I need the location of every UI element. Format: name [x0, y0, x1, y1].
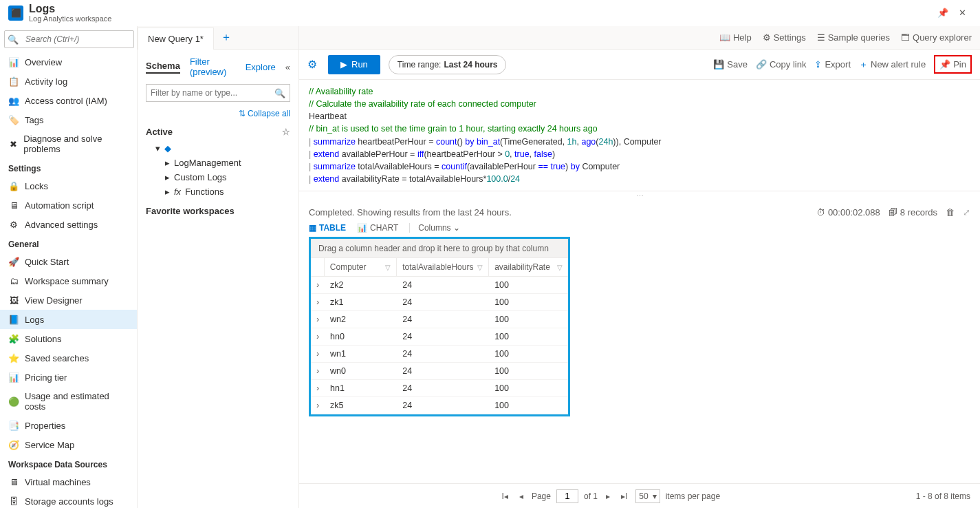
sidebar-item[interactable]: 📋Activity log	[0, 72, 137, 91]
results-table: Computer▽ totalAvailableHours▽ availabil…	[309, 258, 570, 416]
pin-header-icon[interactable]: 📌	[933, 3, 952, 23]
column-header-availrate[interactable]: availabilityRate▽	[489, 258, 568, 276]
tree-node[interactable]: ▸ fx Functions	[146, 184, 290, 199]
time-range-selector[interactable]: Time range: Last 24 hours	[389, 55, 507, 74]
pin-button[interactable]: 📌Pin	[934, 55, 972, 74]
query-explorer-button[interactable]: 🗔Query explorer	[901, 32, 972, 43]
schema-tab-schema[interactable]: Schema	[146, 61, 180, 74]
close-icon[interactable]: ✕	[952, 3, 972, 23]
nav-icon: ⚙	[8, 219, 19, 230]
filter-icon[interactable]: ▽	[557, 264, 563, 271]
export-button[interactable]: ⇪Export	[814, 59, 851, 70]
sidebar-item[interactable]: 🖥Virtual machines	[0, 472, 137, 491]
query-tab[interactable]: New Query 1*	[138, 28, 214, 50]
nav-icon: 📊	[8, 56, 19, 67]
schema-filter-input[interactable]	[146, 88, 270, 98]
sidebar-item[interactable]: 🗂Workspace summary	[0, 271, 137, 290]
sidebar-item[interactable]: 📑Properties	[0, 416, 137, 435]
sidebar-item[interactable]: ⚙Advanced settings	[0, 215, 137, 234]
expand-row-icon[interactable]: ›	[311, 328, 325, 345]
filter-icon[interactable]: ▽	[385, 264, 391, 271]
cell-rate: 100	[489, 397, 568, 414]
sidebar-item[interactable]: 🟢Usage and estimated costs	[0, 387, 137, 416]
table-row[interactable]: › wn2 24 100	[311, 311, 568, 328]
sidebar-item[interactable]: 🖼View Designer	[0, 290, 137, 310]
view-tab-chart[interactable]: 📊CHART	[357, 223, 398, 233]
schema-tab-filter[interactable]: Filter (preview)	[190, 56, 236, 77]
sidebar-item[interactable]: 🏷️Tags	[0, 110, 137, 129]
table-row[interactable]: › hn1 24 100	[311, 380, 568, 397]
sidebar-item[interactable]: ⭐Saved searches	[0, 348, 137, 368]
schema-filter-box[interactable]: 🔍	[146, 84, 290, 102]
expand-row-icon[interactable]: ›	[311, 311, 325, 328]
sidebar-item[interactable]: 🗄Storage accounts logs	[0, 491, 137, 508]
table-row[interactable]: › hn0 24 100	[311, 328, 568, 346]
expand-row-icon[interactable]: ›	[311, 380, 325, 396]
pager-next-icon[interactable]: ▸	[603, 491, 613, 501]
table-row[interactable]: › zk1 24 100	[311, 294, 568, 311]
delete-results-icon[interactable]: 🗑	[946, 207, 955, 218]
table-row[interactable]: › wn1 24 100	[311, 346, 568, 363]
pager-page-input[interactable]	[556, 489, 578, 503]
cell-computer: zk2	[325, 277, 397, 293]
sidebar-item[interactable]: 👥Access control (IAM)	[0, 91, 137, 110]
filter-icon[interactable]: ▽	[477, 264, 483, 271]
collapse-all-button[interactable]: ⇅ Collapse all	[138, 105, 298, 123]
sidebar-item[interactable]: 🧩Solutions	[0, 329, 137, 348]
resize-handle[interactable]: ⋯	[299, 191, 980, 202]
expand-row-icon[interactable]: ›	[311, 346, 325, 362]
sample-queries-button[interactable]: ☰Sample queries	[817, 32, 890, 43]
column-header-computer[interactable]: Computer▽	[325, 258, 397, 276]
pager-prev-icon[interactable]: ◂	[516, 491, 526, 501]
cell-rate: 100	[489, 311, 568, 328]
list-icon: ☰	[817, 32, 825, 43]
table-row[interactable]: › zk5 24 100	[311, 397, 568, 414]
columns-button[interactable]: Columns ⌄	[409, 223, 460, 233]
expand-row-icon[interactable]: ›	[311, 397, 325, 414]
save-button[interactable]: 💾Save	[713, 59, 748, 70]
favorite-star-icon[interactable]: ☆	[282, 127, 290, 137]
plus-icon: ＋	[859, 59, 868, 71]
sidebar-item[interactable]: 🚀Quick Start	[0, 252, 137, 271]
run-button[interactable]: ▶ Run	[328, 55, 380, 74]
tree-workspace[interactable]: ▾ ◆	[146, 141, 290, 156]
expand-row-icon[interactable]: ›	[311, 294, 325, 310]
query-editor[interactable]: // Availability rate// Calculate the ava…	[299, 80, 980, 191]
sidebar-item[interactable]: 📘Logs	[0, 310, 137, 329]
copy-link-button[interactable]: 🔗Copy link	[756, 59, 806, 70]
column-header-totalhours[interactable]: totalAvailableHours▽	[397, 258, 489, 276]
sidebar-search[interactable]: 🔍	[4, 30, 134, 48]
cell-rate: 100	[489, 380, 568, 396]
view-tab-table[interactable]: ▦TABLE	[309, 223, 346, 233]
nav-label: Access control (IAM)	[25, 96, 107, 106]
page-header: ⬛ Logs Log Analytics workspace 📌 ✕	[0, 0, 980, 26]
cell-computer: zk1	[325, 294, 397, 310]
table-row[interactable]: › wn0 24 100	[311, 363, 568, 380]
sidebar-item[interactable]: 🔒Locks	[0, 176, 137, 195]
sidebar-item[interactable]: 📊Pricing tier	[0, 368, 137, 387]
table-row[interactable]: › zk2 24 100	[311, 277, 568, 294]
help-button[interactable]: 📖Help	[719, 32, 752, 43]
sidebar-item[interactable]: 📊Overview	[0, 52, 137, 72]
group-by-hint[interactable]: Drag a column header and drop it here to…	[311, 239, 568, 258]
add-tab-icon[interactable]: ＋	[214, 30, 239, 45]
expand-results-icon[interactable]: ⤢	[963, 207, 970, 218]
schema-tab-explore[interactable]: Explore	[246, 62, 276, 72]
pager-last-icon[interactable]: ▸I	[618, 491, 630, 501]
tree-node[interactable]: ▸ LogManagement	[146, 156, 290, 170]
pager-first-icon[interactable]: I◂	[499, 491, 511, 501]
tree-node[interactable]: ▸ Custom Logs	[146, 170, 290, 184]
new-alert-rule-button[interactable]: ＋New alert rule	[859, 59, 926, 71]
settings-button[interactable]: ⚙Settings	[763, 32, 806, 43]
sidebar-item[interactable]: ✖Diagnose and solve problems	[0, 129, 137, 158]
nav-label: Saved searches	[25, 353, 89, 363]
pager-size-select[interactable]: 50▾	[635, 489, 660, 503]
filter-settings-icon[interactable]: ⚙	[307, 58, 317, 71]
sidebar-search-input[interactable]	[21, 34, 133, 44]
expand-row-icon[interactable]: ›	[311, 363, 325, 379]
sidebar-item[interactable]: 🧭Service Map	[0, 435, 137, 454]
nav-icon: 🚀	[8, 256, 19, 267]
expand-row-icon[interactable]: ›	[311, 277, 325, 293]
schema-collapse-icon[interactable]: «	[285, 62, 290, 72]
sidebar-item[interactable]: 🖥Automation script	[0, 195, 137, 215]
